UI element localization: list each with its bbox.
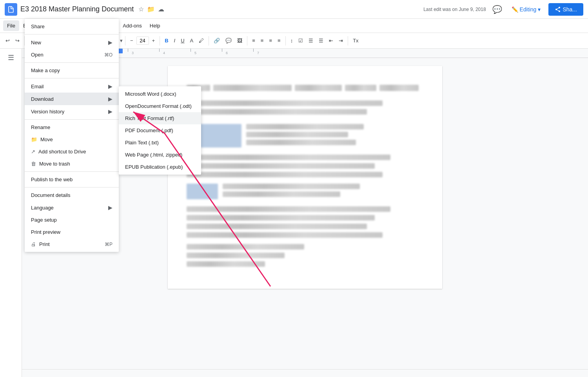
redo-button[interactable]: ↪ bbox=[13, 36, 22, 45]
paper bbox=[168, 66, 442, 289]
menu-move-item[interactable]: 📁 Move bbox=[25, 133, 119, 146]
download-epub[interactable]: EPUB Publication (.epub) bbox=[119, 161, 201, 173]
align-left-button[interactable]: ≡ bbox=[250, 36, 258, 45]
undo-button[interactable]: ↩ bbox=[3, 36, 12, 45]
menu-doc-details-item[interactable]: Document details bbox=[25, 189, 119, 201]
epub-label: EPUB Publication (.epub) bbox=[125, 164, 183, 170]
bold-button[interactable]: B bbox=[162, 36, 171, 45]
line-spacing-button[interactable]: ↕ bbox=[288, 36, 296, 45]
menu-download-item[interactable]: Download ▶ bbox=[25, 93, 119, 105]
odt-label: OpenDocument Format (.odt) bbox=[125, 103, 192, 109]
menu-addons[interactable]: Add-ons bbox=[119, 20, 145, 31]
menu-publish-item[interactable]: Publish to the web bbox=[25, 173, 119, 186]
italic-button[interactable]: I bbox=[172, 36, 178, 45]
menu-share-item[interactable]: Share bbox=[25, 20, 119, 33]
download-docx[interactable]: Microsoft Word (.docx) bbox=[119, 88, 201, 100]
last-edit: Last edit was on June 9, 2018 bbox=[423, 7, 486, 12]
editing-button[interactable]: ✏️ Editing ▾ bbox=[508, 4, 544, 15]
bottom-bar bbox=[22, 369, 588, 377]
underline-button[interactable]: U bbox=[178, 36, 187, 45]
txt-label: Plain Text (.txt) bbox=[125, 140, 159, 146]
bullet-list-button[interactable]: ☰ bbox=[306, 36, 316, 45]
title-icons: ☆ 📁 ☁ bbox=[138, 5, 164, 13]
menu-page-setup-item[interactable]: Page setup bbox=[25, 214, 119, 226]
print-shortcut: ⌘P bbox=[105, 242, 113, 247]
menu-print-preview-item[interactable]: Print preview bbox=[25, 226, 119, 238]
download-pdf[interactable]: PDF Document (.pdf) bbox=[119, 124, 201, 137]
numbered-list-button[interactable]: ☰ bbox=[316, 36, 326, 45]
font-size-control: − + bbox=[128, 36, 157, 45]
font-size-increase[interactable]: + bbox=[150, 36, 158, 45]
indent-decrease-button[interactable]: ⇤ bbox=[327, 36, 336, 45]
page-setup-label: Page setup bbox=[31, 217, 57, 223]
separator-2 bbox=[25, 62, 119, 63]
svg-rect-11 bbox=[191, 49, 191, 52]
align-center-button[interactable]: ≡ bbox=[258, 36, 266, 45]
new-arrow-icon: ▶ bbox=[108, 39, 113, 46]
shortcut-icon: ↗ bbox=[31, 149, 35, 155]
menu-make-copy-item[interactable]: Make a copy bbox=[25, 64, 119, 76]
link-button[interactable]: 🔗 bbox=[211, 36, 222, 45]
font-size-input[interactable] bbox=[136, 36, 149, 45]
separator-4 bbox=[25, 119, 119, 120]
download-html[interactable]: Web Page (.html, zipped) bbox=[119, 149, 201, 161]
image-button[interactable]: 🖼 bbox=[235, 36, 245, 45]
menu-new-item[interactable]: New ▶ bbox=[25, 36, 119, 49]
menu-open-item[interactable]: Open ⌘O bbox=[25, 49, 119, 61]
html-label: Web Page (.html, zipped) bbox=[125, 152, 182, 158]
email-label: Email bbox=[31, 84, 44, 89]
svg-rect-10 bbox=[159, 49, 160, 52]
svg-rect-13 bbox=[253, 49, 254, 52]
download-rtf[interactable]: Rich Text Format (.rtf) bbox=[119, 112, 201, 124]
download-odt[interactable]: OpenDocument Format (.odt) bbox=[119, 100, 201, 112]
star-icon[interactable]: ☆ bbox=[138, 5, 144, 13]
svg-text:6: 6 bbox=[226, 51, 228, 55]
checklist-button[interactable]: ☑ bbox=[296, 36, 305, 45]
download-submenu: Microsoft Word (.docx) OpenDocument Form… bbox=[119, 86, 201, 175]
download-txt[interactable]: Plain Text (.txt) bbox=[119, 137, 201, 149]
comment-inline-button[interactable]: 💬 bbox=[223, 36, 234, 45]
version-history-arrow-icon: ▶ bbox=[108, 108, 113, 115]
menu-version-history-item[interactable]: Version history ▶ bbox=[25, 105, 119, 118]
language-label: Language bbox=[31, 205, 54, 211]
top-bar-right: Last edit was on June 9, 2018 💬 ✏️ Editi… bbox=[423, 3, 583, 16]
comment-button[interactable]: 💬 bbox=[491, 3, 504, 16]
align-right-button[interactable]: ≡ bbox=[267, 36, 274, 45]
indent-increase-button[interactable]: ⇥ bbox=[336, 36, 345, 45]
svg-text:5: 5 bbox=[194, 51, 196, 55]
menu-help[interactable]: Help bbox=[146, 20, 164, 31]
doc-icon bbox=[5, 3, 17, 16]
text-color-button[interactable]: A bbox=[188, 36, 196, 45]
cloud-icon[interactable]: ☁ bbox=[158, 5, 164, 13]
sidebar-explorer-button[interactable]: ☰ bbox=[5, 52, 16, 64]
pdf-label: PDF Document (.pdf) bbox=[125, 127, 173, 133]
share-button[interactable]: Sha... bbox=[548, 3, 583, 16]
menu-move-trash-item[interactable]: 🗑 Move to trash bbox=[25, 158, 119, 170]
doc-details-label: Document details bbox=[31, 192, 70, 198]
clear-format-button[interactable]: Tx bbox=[350, 36, 361, 45]
highlight-button[interactable]: 🖊 bbox=[196, 36, 206, 45]
move-icon: 📁 bbox=[31, 137, 37, 142]
separator-3 bbox=[25, 78, 119, 78]
email-arrow-icon: ▶ bbox=[108, 83, 113, 89]
menu-email-item[interactable]: Email ▶ bbox=[25, 80, 119, 93]
menu-rename-item[interactable]: Rename bbox=[25, 121, 119, 133]
svg-text:7: 7 bbox=[257, 51, 259, 55]
doc-title: E3 2018 Master Planning Document bbox=[20, 5, 134, 13]
rename-label: Rename bbox=[31, 124, 50, 130]
trash-icon: 🗑 bbox=[31, 161, 36, 167]
menu-file[interactable]: File bbox=[3, 20, 19, 31]
font-size-decrease[interactable]: − bbox=[128, 36, 136, 45]
download-label: Download bbox=[31, 96, 54, 102]
menu-add-shortcut-item[interactable]: ↗ Add shortcut to Drive bbox=[25, 146, 119, 158]
rtf-label: Rich Text Format (.rtf) bbox=[125, 115, 174, 121]
svg-text:4: 4 bbox=[163, 51, 165, 55]
print-icon: 🖨 bbox=[31, 241, 36, 247]
download-arrow-icon: ▶ bbox=[108, 96, 113, 102]
justify-button[interactable]: ≡ bbox=[275, 36, 283, 45]
menu-language-item[interactable]: Language ▶ bbox=[25, 201, 119, 214]
folder-icon[interactable]: 📁 bbox=[147, 5, 155, 13]
chevron-font-icon: ▾ bbox=[120, 38, 123, 44]
print-label: Print bbox=[39, 241, 50, 247]
menu-print-item[interactable]: 🖨 Print ⌘P bbox=[25, 238, 119, 250]
